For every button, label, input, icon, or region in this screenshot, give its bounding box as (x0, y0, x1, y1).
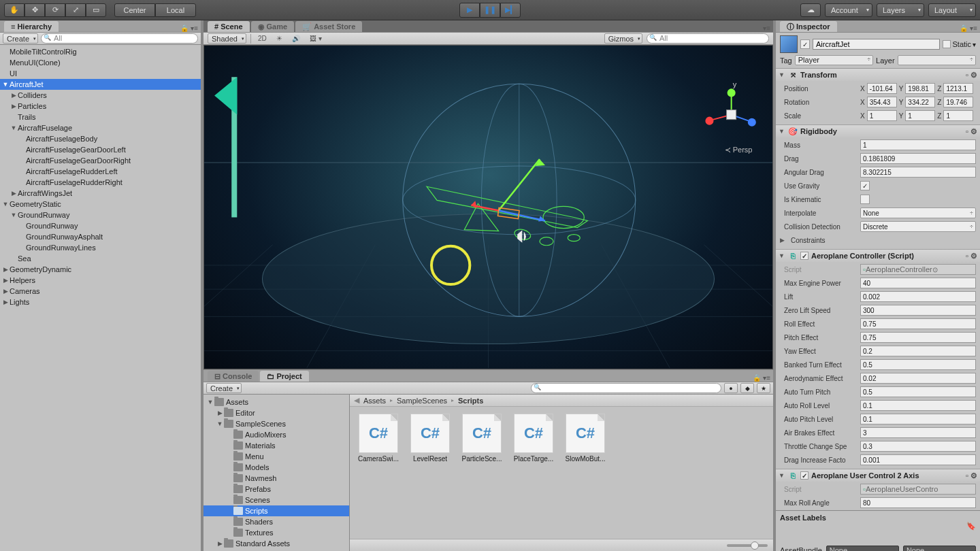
project-tab[interactable]: 🗀Project (260, 371, 308, 382)
tag-dropdown[interactable]: Player (795, 55, 873, 65)
project-folder[interactable]: Menu (203, 451, 349, 462)
hierarchy-item[interactable]: ▶Colliders (0, 90, 201, 101)
scale-y[interactable]: 1 (905, 110, 935, 121)
transform-header[interactable]: ▼ ⤧ Transform ▫⚙ (776, 69, 980, 81)
property-field[interactable]: 0.5 (860, 359, 976, 370)
game-tab[interactable]: ◉Game (251, 21, 295, 32)
aeroplane-controller-header[interactable]: ▼ ⎘ ✓ Aeroplane Controller (Script) ▫⚙ (776, 250, 980, 262)
pause-button[interactable]: ❚❚ (480, 3, 500, 18)
property-field[interactable]: 0.3 (860, 441, 976, 452)
asset-item[interactable]: C#CameraSwi... (357, 414, 400, 463)
fx-toggle[interactable]: 🖼 ▾ (307, 35, 325, 42)
hierarchy-item[interactable]: AircraftFuselageBody (0, 133, 201, 144)
panel-menu-icon[interactable]: 🔒 ▾≡ (753, 374, 770, 382)
hierarchy-item[interactable]: ▶AircraftWingsJet (0, 188, 201, 199)
project-create-dropdown[interactable]: Create (206, 383, 242, 393)
hierarchy-item[interactable]: ▶Cameras (0, 286, 201, 297)
back-icon[interactable]: ◀ (354, 396, 359, 405)
step-button[interactable]: ▶▎ (500, 3, 521, 18)
hierarchy-item[interactable]: ▶GeometryDynamic (0, 264, 201, 275)
is-kinematic-checkbox[interactable] (860, 195, 870, 204)
property-field[interactable]: 0.75 (860, 318, 976, 329)
hierarchy-item[interactable]: AircraftFuselageGearDoorRight (0, 155, 201, 166)
property-field[interactable]: 0.002 (860, 291, 976, 302)
property-field[interactable]: 0.1 (860, 414, 976, 424)
panel-menu-icon[interactable]: 🔒 ▾≡ (180, 24, 198, 32)
help-icon[interactable]: ▫ (966, 127, 968, 136)
hierarchy-item[interactable]: GroundRunway (0, 220, 201, 231)
hierarchy-item[interactable]: UI (0, 68, 201, 79)
project-folder[interactable]: Materials (203, 440, 349, 451)
hierarchy-item[interactable]: GroundRunwayLines (0, 242, 201, 253)
property-field[interactable]: 40 (860, 278, 976, 288)
interpolate-dropdown[interactable]: None (860, 207, 976, 218)
scale-z[interactable]: 1 (943, 110, 973, 121)
property-field[interactable]: 0.2 (860, 346, 976, 356)
asset-bundle-variant-dropdown[interactable]: None (903, 546, 976, 552)
constraints-foldout[interactable]: Constraints (787, 237, 826, 244)
play-button[interactable]: ▶ (459, 3, 480, 18)
hierarchy-item[interactable]: ▼GroundRunway (0, 210, 201, 220)
filter-button-1[interactable]: ● (724, 383, 738, 393)
project-folder[interactable]: ▼SampleScenes (203, 418, 349, 429)
asset-bundle-dropdown[interactable]: None (826, 546, 899, 552)
project-folder[interactable]: Navmesh (203, 473, 349, 484)
save-filter-button[interactable]: ★ (757, 383, 770, 393)
hierarchy-search[interactable]: All (41, 33, 198, 44)
hand-tool[interactable]: ✋ (4, 3, 24, 17)
gameobject-icon[interactable] (780, 35, 798, 53)
scale-tool[interactable]: ⤢ (65, 3, 86, 17)
gear-icon[interactable]: ⚙ (970, 127, 977, 136)
project-folder-tree[interactable]: ▼Assets▶Editor▼SampleScenesAudioMixersMa… (203, 395, 350, 551)
hierarchy-item[interactable]: ▶Particles (0, 101, 201, 112)
gear-icon[interactable]: ⚙ (970, 71, 977, 80)
pivot-center-toggle[interactable]: Center (114, 3, 155, 17)
project-folder[interactable]: ▼Assets (203, 397, 349, 407)
hierarchy-item[interactable]: ▶Helpers (0, 275, 201, 286)
thumbnail-size-slider[interactable] (727, 544, 768, 547)
move-tool[interactable]: ✥ (24, 3, 45, 17)
hierarchy-item[interactable]: Trails (0, 112, 201, 122)
project-assets-grid[interactable]: C#CameraSwi...C#LevelResetC#ParticleSce.… (350, 407, 773, 539)
hierarchy-item[interactable]: MenuUI(Clone) (0, 57, 201, 68)
project-folder[interactable]: Prefabs (203, 484, 349, 495)
static-toggle[interactable]: Static ▾ (943, 40, 976, 48)
script-reference[interactable]: ▫ AeroplaneController ⊙ (860, 264, 976, 275)
project-breadcrumb[interactable]: ◀ Assets▸ SampleScenes▸ Scripts (350, 395, 773, 407)
gear-icon[interactable]: ⚙ (970, 252, 977, 261)
project-folder[interactable]: AudioMixers (203, 429, 349, 440)
property-field[interactable]: 0.75 (860, 332, 976, 343)
layout-dropdown[interactable]: Layout (928, 3, 976, 17)
project-folder[interactable]: Models (203, 462, 349, 473)
project-folder[interactable]: ▶Standard Assets (203, 538, 349, 549)
layers-dropdown[interactable]: Layers (877, 3, 924, 17)
scene-viewport[interactable]: y ≺ Persp (203, 45, 773, 369)
active-checkbox[interactable]: ✓ (800, 39, 810, 49)
hierarchy-item[interactable]: ▼AircraftFuselage (0, 122, 201, 133)
gizmos-dropdown[interactable]: Gizmos (604, 33, 642, 44)
hierarchy-tab[interactable]: ≡ Hierarchy (4, 21, 59, 32)
asset-item[interactable]: C#PlaceTarge... (512, 414, 555, 463)
panel-menu-icon[interactable]: ▾≡ (763, 24, 770, 32)
tag-icon[interactable]: 🔖 (966, 522, 976, 530)
asset-store-tab[interactable]: 🛒Asset Store (295, 21, 362, 32)
help-icon[interactable]: ▫ (966, 71, 968, 80)
asset-item[interactable]: C#SlowMoBut... (564, 414, 607, 463)
mass-field[interactable]: 1 (860, 139, 976, 150)
filter-button-2[interactable]: ◆ (740, 383, 754, 393)
lighting-toggle[interactable]: ☀ (274, 35, 285, 42)
panel-menu-icon[interactable]: 🔒 ▾≡ (960, 24, 977, 32)
hierarchy-item[interactable]: AircraftFuselageRudderRight (0, 177, 201, 188)
user-control-header[interactable]: ▼ ⎘ ✓ Aeroplane User Control 2 Axis ▫⚙ (776, 469, 980, 482)
hierarchy-item[interactable]: ▼AircraftJet (0, 79, 201, 90)
asset-item[interactable]: C#LevelReset (408, 414, 452, 463)
property-field[interactable]: 0.001 (860, 454, 976, 465)
position-x[interactable]: -101.64 (867, 83, 897, 94)
drag-field[interactable]: 0.1861809 (860, 153, 976, 164)
project-folder[interactable]: ▶Editor (203, 407, 349, 418)
cloud-button[interactable]: ☁ (800, 3, 821, 17)
shading-mode-dropdown[interactable]: Shaded (208, 33, 246, 44)
hierarchy-create-dropdown[interactable]: Create (3, 33, 38, 44)
scale-x[interactable]: 1 (867, 110, 897, 121)
property-field[interactable]: 3 (860, 427, 976, 438)
